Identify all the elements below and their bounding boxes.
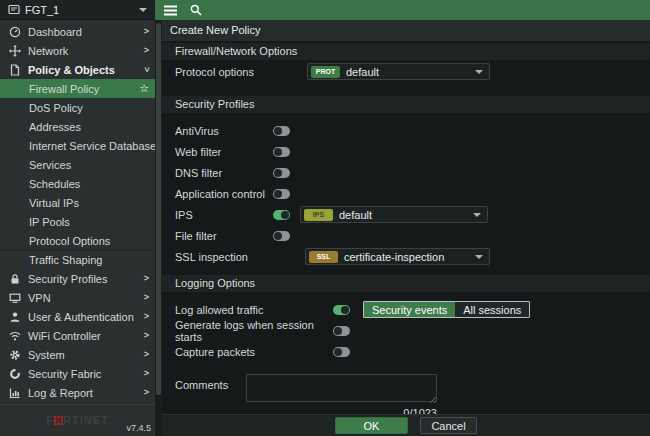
all-sessions-option[interactable]: All sessions [455,302,529,317]
sidebar-item-label: Schedules [29,178,80,190]
sidebar-item-dashboard[interactable]: Dashboard > [0,22,155,41]
protocol-options-label: Protocol options [175,66,307,78]
sidebar-item-label: Policy & Objects [28,64,115,76]
section-firewall-network-options: Firewall/Network Options [162,43,650,60]
sidebar-item-addresses[interactable]: Addresses [0,117,155,136]
sidebar-item-protocol-options[interactable]: Protocol Options [0,231,155,250]
ssl-inspection-select[interactable]: SSL certificate-inspection [305,248,490,265]
sidebar-item-vpn[interactable]: VPN > [0,288,155,307]
sidebar-item-policy-objects[interactable]: Policy & Objects > [0,60,155,79]
sidebar-item-ip-pools[interactable]: IP Pools [0,212,155,231]
capture-packets-row: Capture packets [162,341,650,362]
chart-icon [8,387,22,399]
toggle-knob [274,169,282,177]
favorite-star-icon[interactable]: ☆ [139,83,149,94]
chevron-right-icon: > [144,27,149,36]
page-title: Create New Policy [162,20,650,41]
sidebar-item-network[interactable]: Network > [0,41,155,60]
web-filter-label: Web filter [175,146,273,158]
ssl-inspection-row: SSL inspection SSL certificate-inspectio… [162,246,650,267]
sidebar-scrollbar[interactable] [155,20,162,436]
toggle-knob [334,348,342,356]
ok-button[interactable]: OK [335,417,408,434]
protocol-options-value: default [346,66,475,78]
sidebar-item-system[interactable]: System > [0,345,155,364]
cancel-button[interactable]: Cancel [420,417,477,434]
capture-packets-toggle[interactable] [333,347,350,357]
toggle-knob [341,306,349,314]
sidebar-item-label: Traffic Shaping [29,254,102,266]
sidebar-nav: Dashboard > Network > Policy & Objects >… [0,20,155,436]
document-icon [8,64,22,76]
sidebar-item-label: DoS Policy [29,102,83,114]
security-events-option[interactable]: Security events [364,302,455,317]
generate-logs-row: Generate logs when session starts [162,320,650,341]
topbar: FGT_1 [0,0,650,20]
dropdown-caret-icon [139,8,147,12]
select-caret-icon [475,255,483,259]
topbar-actions [155,0,650,20]
search-icon[interactable] [190,4,202,16]
comments-textarea[interactable] [246,374,437,402]
comments-label: Comments [175,379,246,391]
log-allowed-traffic-toggle[interactable] [333,305,350,315]
file-filter-toggle[interactable] [273,231,290,241]
gear-icon [8,349,22,361]
sidebar-item-security-fabric[interactable]: Security Fabric > [0,364,155,383]
toggle-knob [274,190,282,198]
sidebar-item-dos-policy[interactable]: DoS Policy [0,98,155,117]
capture-packets-label: Capture packets [175,346,333,358]
sidebar-item-label: Network [28,45,68,57]
dns-filter-row: DNS filter [162,162,650,183]
chevron-down-icon: > [142,67,151,72]
protocol-options-select[interactable]: PROT default [307,63,490,80]
chevron-right-icon: > [144,350,149,359]
sidebar-item-virtual-ips[interactable]: Virtual IPs [0,193,155,212]
sidebar-item-security-profiles[interactable]: Security Profiles > [0,269,155,288]
sidebar-item-user-authentication[interactable]: User & Authentication > [0,307,155,326]
ssl-inspection-label: SSL inspection [175,251,273,263]
user-icon [8,311,22,323]
sidebar-item-label: User & Authentication [28,311,134,323]
firmware-version: v7.4.5 [126,423,151,433]
prot-badge: PROT [311,66,340,78]
sidebar-item-firewall-policy[interactable]: Firewall Policy ☆ [0,79,155,98]
generate-logs-toggle[interactable] [333,326,350,336]
toggle-knob [274,232,282,240]
sidebar-item-label: Addresses [29,121,81,133]
ips-toggle[interactable] [273,210,290,220]
device-selector[interactable]: FGT_1 [0,0,155,20]
sidebar-item-label: System [28,349,65,361]
sidebar-item-internet-service-database[interactable]: Internet Service Database [0,136,155,155]
dns-filter-toggle[interactable] [273,168,290,178]
sidebar-footer: FRTINET v7.4.5 [0,404,155,436]
sidebar-item-wifi-controller[interactable]: WiFi Controller > [0,326,155,345]
device-icon [8,3,20,17]
logo-text: F [46,414,54,426]
sidebar-item-schedules[interactable]: Schedules [0,174,155,193]
toggle-knob [274,127,282,135]
hamburger-menu-icon[interactable] [164,5,177,16]
scrollbar-thumb[interactable] [156,23,161,395]
antivirus-toggle[interactable] [273,126,290,136]
file-filter-row: File filter [162,225,650,246]
sidebar-item-label: Log & Report [28,387,93,399]
section-security-profiles: Security Profiles [162,96,650,113]
logo-text: RTINET [63,414,109,426]
sidebar-item-services[interactable]: Services [0,155,155,174]
gauge-icon [8,26,22,38]
application-control-toggle[interactable] [273,189,290,199]
ssl-badge: SSL [309,251,338,263]
comments-row: Comments [162,374,650,404]
ssl-inspection-value: certificate-inspection [344,251,475,263]
ips-profile-select[interactable]: IPS default [300,206,488,223]
sidebar-item-log-report[interactable]: Log & Report > [0,383,155,402]
fabric-icon [8,368,22,380]
sidebar-item-label: Dashboard [28,26,82,38]
chevron-right-icon: > [144,369,149,378]
antivirus-row: AntiVirus [162,120,650,141]
web-filter-toggle[interactable] [273,147,290,157]
policy-form: Firewall/Network Options Protocol option… [162,41,650,414]
sidebar-item-label: Services [29,159,71,171]
sidebar-item-traffic-shaping[interactable]: Traffic Shaping [0,250,155,269]
